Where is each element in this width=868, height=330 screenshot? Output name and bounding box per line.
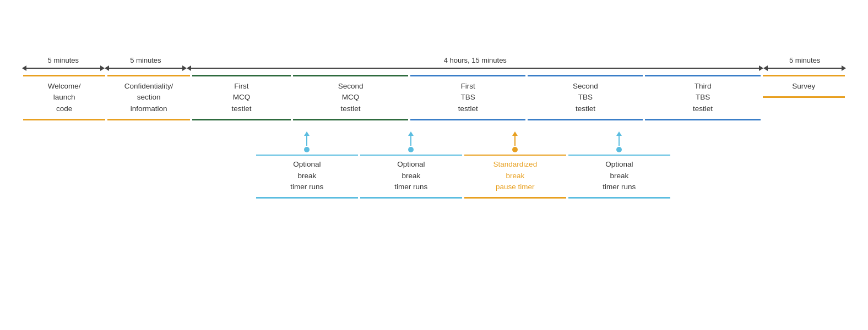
break2-arrow-tip bbox=[408, 131, 414, 136]
arrow-right-1 bbox=[100, 65, 105, 71]
break-standardized: Standardizedbreakpause timer bbox=[463, 131, 567, 199]
break4-arrow-line bbox=[619, 136, 620, 146]
section-label-welcome: Welcome/launchcode bbox=[48, 81, 81, 114]
duration-label-1: 5 minutes bbox=[48, 56, 79, 64]
break4-dot bbox=[616, 147, 622, 152]
section-confidentiality: Confidentiality/sectioninformation bbox=[106, 75, 191, 120]
section-label-mcq2: SecondMCQtestlet bbox=[338, 81, 364, 114]
duration-4hr15min: 4 hours, 15 minutes bbox=[187, 56, 763, 71]
break4-arrow-tip bbox=[616, 131, 622, 136]
sections-row: Welcome/launchcode Confidentiality/secti… bbox=[22, 75, 846, 120]
duration-5min-1: 5 minutes bbox=[22, 56, 105, 71]
break1-arrow-line bbox=[306, 136, 307, 146]
break3-dot bbox=[512, 147, 518, 152]
duration-5min-2: 5 minutes bbox=[105, 56, 187, 71]
arrow-right-3 bbox=[759, 65, 763, 71]
break3-arrow-tip bbox=[512, 131, 518, 136]
section-welcome: Welcome/launchcode bbox=[22, 75, 106, 120]
section-tbs1: FirstTBStestlet bbox=[409, 75, 527, 120]
arrow-left-1 bbox=[22, 65, 26, 71]
break1-top-line bbox=[256, 155, 358, 156]
section-survey: Survey bbox=[762, 75, 846, 120]
arrow-left-3 bbox=[187, 65, 191, 71]
arrow-right-4 bbox=[842, 65, 846, 71]
break4-top-line bbox=[568, 155, 670, 156]
break2-top-line bbox=[360, 155, 462, 156]
duration-label-4: 5 minutes bbox=[789, 56, 820, 64]
break1-arrow-tip bbox=[304, 131, 310, 136]
break2-arrow-line bbox=[410, 136, 411, 146]
section-label-tbs3: ThirdTBStestlet bbox=[693, 81, 713, 114]
break3-arrow-line bbox=[514, 136, 516, 146]
break1-label: Optionalbreaktimer runs bbox=[290, 159, 323, 193]
arrow-left-2 bbox=[105, 65, 109, 71]
section-tbs2: SecondTBStestlet bbox=[527, 75, 644, 120]
break2-label: Optionalbreaktimer runs bbox=[394, 159, 427, 193]
section-mcq2: SecondMCQtestlet bbox=[292, 75, 409, 120]
breaks-row: Optionalbreaktimer runs Optionalbreaktim… bbox=[22, 131, 846, 199]
duration-label-3: 4 hours, 15 minutes bbox=[444, 56, 507, 64]
break3-label: Standardizedbreakpause timer bbox=[493, 159, 538, 193]
break1-bottom-line bbox=[256, 197, 358, 199]
section-mcq1: FirstMCQtestlet bbox=[191, 75, 292, 120]
duration-row: 5 minutes 5 minutes 4 hours, 15 minutes bbox=[22, 55, 846, 72]
break-optional-2: Optionalbreaktimer runs bbox=[359, 131, 463, 199]
break4-bottom-line bbox=[568, 197, 670, 199]
section-label-mcq1: FirstMCQtestlet bbox=[231, 81, 251, 114]
diagram-container: 5 minutes 5 minutes 4 hours, 15 minutes bbox=[22, 33, 846, 308]
duration-5min-4: 5 minutes bbox=[763, 56, 846, 71]
section-tbs3: ThirdTBStestlet bbox=[644, 75, 761, 120]
break3-top-line bbox=[464, 155, 566, 156]
break1-dot bbox=[304, 147, 310, 152]
section-label-tbs2: SecondTBStestlet bbox=[573, 81, 598, 114]
break2-bottom-line bbox=[360, 197, 462, 199]
break3-bottom-line bbox=[464, 197, 566, 199]
duration-label-2: 5 minutes bbox=[130, 56, 161, 64]
arrow-left-4 bbox=[763, 65, 768, 71]
break-optional-3: Optionalbreaktimer runs bbox=[567, 131, 671, 199]
break4-label: Optionalbreaktimer runs bbox=[603, 159, 636, 193]
break-optional-1: Optionalbreaktimer runs bbox=[255, 131, 359, 199]
arrow-right-2 bbox=[182, 65, 187, 71]
section-label-confidentiality: Confidentiality/sectioninformation bbox=[124, 81, 173, 114]
section-label-tbs1: FirstTBStestlet bbox=[458, 81, 478, 114]
break2-dot bbox=[408, 147, 414, 152]
section-label-survey: Survey bbox=[792, 81, 815, 92]
